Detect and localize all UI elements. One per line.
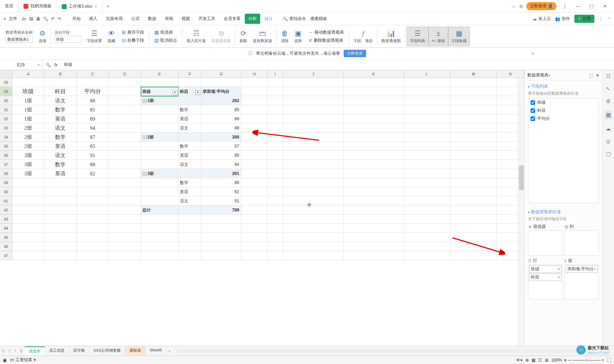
cell[interactable] [344,205,404,215]
tab-home[interactable]: 首页 [0,0,19,12]
cell[interactable] [141,187,178,196]
cell[interactable] [450,78,497,87]
cell[interactable] [344,123,404,133]
row-header[interactable]: 45 [0,233,12,242]
cell[interactable] [268,224,283,233]
row-header[interactable]: 39 [0,178,12,187]
cell[interactable] [404,233,451,242]
menu-tab[interactable]: 页面布局 [102,14,126,24]
menu-tab[interactable]: 插入 [86,14,101,24]
cell[interactable]: 262 [201,96,242,105]
field-list[interactable]: 班级科目平均分 [528,98,599,203]
tab-nav-prev[interactable]: ⟨ [7,349,12,353]
cell[interactable]: 3班 [12,151,45,160]
cell[interactable]: 科目▾ [178,87,201,96]
row-header[interactable]: 47 [0,251,12,260]
menu-tab[interactable]: 视图 [178,14,194,24]
adjust-icon[interactable]: ⚙ [606,98,610,105]
cell[interactable]: 87 [77,133,109,142]
cell[interactable] [450,215,497,224]
cell[interactable] [344,169,404,178]
cell[interactable] [201,224,242,233]
expand-icon[interactable]: ⛶ [607,358,611,363]
cell[interactable] [268,96,283,105]
cell[interactable] [242,242,268,251]
cell[interactable] [178,242,201,251]
cell[interactable]: 科目 [45,87,77,96]
row-header[interactable]: 28 [0,78,12,87]
cell[interactable] [268,233,283,242]
banner-login-button[interactable]: 立即登录 [344,50,366,57]
cell[interactable] [268,87,283,96]
cell[interactable] [344,224,404,233]
field-item[interactable]: 科目 [528,107,598,115]
sheet-tab[interactable]: 课程表 [125,346,146,355]
cell[interactable] [141,233,178,242]
cell[interactable] [109,105,141,114]
cell[interactable] [109,242,141,251]
cell[interactable] [404,87,451,96]
cell[interactable]: 89 [201,114,242,123]
chart-icon[interactable]: ☁ [606,126,611,132]
pvt-name-input[interactable] [6,36,33,43]
menu-tab[interactable]: 数据 [144,14,160,24]
panel-close-icon[interactable]: ✕ [596,73,599,78]
cell[interactable]: −3班 [141,169,178,178]
cell[interactable] [178,78,201,87]
ungroup-button[interactable]: ▥取消组合 [152,37,179,44]
cell[interactable] [201,251,242,260]
cell[interactable] [268,169,283,178]
insert-slicer-button[interactable]: ☶插入切片器 [184,27,209,46]
cell[interactable] [77,242,109,251]
view-page-icon[interactable]: ☷ [538,358,542,363]
sheet-tab[interactable]: XXX公司销售额 [89,346,125,355]
cell[interactable] [109,251,141,260]
cell[interactable] [242,224,268,233]
cell[interactable]: 261 [201,169,242,178]
cell[interactable] [201,78,242,87]
sheet-tab[interactable]: 田字格 [69,346,89,355]
fx-icon[interactable]: fx [54,62,58,67]
cell[interactable] [242,96,268,105]
cell[interactable]: −1班 [141,96,178,105]
cell[interactable]: 88 [77,160,109,169]
cell[interactable] [141,178,178,187]
save-icon[interactable]: 🖫 [29,16,33,21]
cell[interactable] [12,205,45,215]
cell[interactable]: 2班 [12,123,45,133]
cell[interactable] [77,233,109,242]
column-header[interactable]: E [141,70,178,77]
tab-analysis[interactable]: 分析 [245,14,260,24]
cell[interactable] [344,78,404,87]
cell[interactable]: 3班 [12,169,45,178]
close-button[interactable]: ✕ [600,4,610,9]
cell[interactable]: 平均分 [77,87,109,96]
field-item[interactable]: 班级 [528,99,598,107]
cell[interactable] [12,196,45,205]
cell[interactable] [242,87,268,96]
cell[interactable] [141,224,178,233]
cell[interactable] [268,133,283,142]
cell[interactable] [12,233,45,242]
cell[interactable]: 班级 [12,87,45,96]
cell[interactable] [178,96,201,105]
fields-items-button[interactable]: 𝑓字段、项目 [351,27,376,46]
location-icon[interactable]: ◎ [606,138,610,144]
cell[interactable]: 数学 [178,178,201,187]
cell[interactable] [109,133,141,142]
cell[interactable] [404,78,451,87]
cell[interactable]: 语文 [178,160,201,169]
cell[interactable] [178,233,201,242]
cell[interactable] [77,224,109,233]
search-box[interactable]: 🔍 查找命令、搜索模板 [283,16,327,22]
cell[interactable]: 英语 [178,187,201,196]
row-header[interactable]: 44 [0,224,12,233]
cell[interactable]: 82 [201,187,242,196]
row-header[interactable]: 31 [0,105,12,114]
options-button[interactable]: ⚙选项 [36,27,49,46]
menu-tab[interactable]: 公式 [128,14,143,24]
menu-tab[interactable]: 会员专享 [220,14,244,24]
cell[interactable]: 85 [77,105,109,114]
sheet-tab[interactable]: 员工信息 [45,346,69,355]
column-header[interactable]: B [45,70,77,77]
